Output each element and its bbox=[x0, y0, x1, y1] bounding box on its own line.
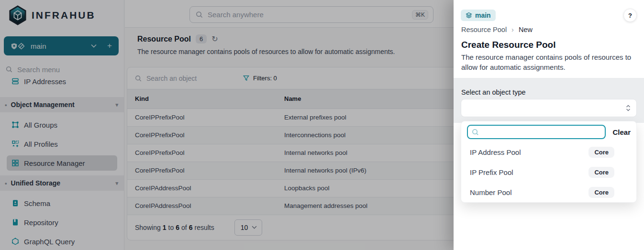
object-type-dropdown: Clear IP Address Pool Core IP Prefix Poo… bbox=[461, 121, 637, 203]
drawer-title: Create Resource Pool bbox=[461, 40, 555, 50]
search-icon bbox=[472, 129, 479, 136]
option-number-pool[interactable]: Number Pool Core bbox=[461, 182, 636, 202]
option-label: IP Address Pool bbox=[470, 148, 521, 156]
breadcrumb-current: New bbox=[519, 26, 533, 33]
drawer-description: The resource manager contains pools of r… bbox=[461, 53, 639, 72]
option-label: Number Pool bbox=[470, 188, 512, 196]
core-badge: Core bbox=[588, 187, 614, 198]
object-type-label: Select an object type bbox=[461, 88, 526, 96]
object-type-select[interactable] bbox=[461, 99, 637, 117]
clear-button[interactable]: Clear bbox=[612, 128, 631, 136]
option-label: IP Prefix Pool bbox=[470, 168, 513, 176]
modal-overlay[interactable] bbox=[0, 0, 454, 250]
core-badge: Core bbox=[588, 147, 614, 158]
object-type-form-section: Select an object type bbox=[454, 78, 644, 123]
option-ip-address-pool[interactable]: IP Address Pool Core bbox=[461, 142, 636, 162]
option-ip-prefix-pool[interactable]: IP Prefix Pool Core bbox=[461, 162, 636, 182]
layers-icon bbox=[466, 12, 472, 19]
chevron-right-icon: › bbox=[511, 26, 514, 33]
help-button[interactable]: ? bbox=[623, 9, 637, 22]
app: INFRAHUB main + Search menu bbox=[0, 0, 644, 250]
core-badge: Core bbox=[588, 167, 614, 178]
select-caret-icon bbox=[626, 104, 631, 112]
branch-badge-label: main bbox=[475, 11, 491, 19]
branch-badge: main bbox=[461, 10, 496, 21]
breadcrumb: Resource Pool › New bbox=[461, 26, 533, 33]
dropdown-options: IP Address Pool Core IP Prefix Pool Core… bbox=[461, 142, 636, 202]
dropdown-search-input[interactable] bbox=[467, 125, 606, 139]
breadcrumb-parent[interactable]: Resource Pool bbox=[461, 26, 507, 33]
create-resource-pool-drawer: main ? Resource Pool › New Create Resour… bbox=[454, 0, 644, 250]
